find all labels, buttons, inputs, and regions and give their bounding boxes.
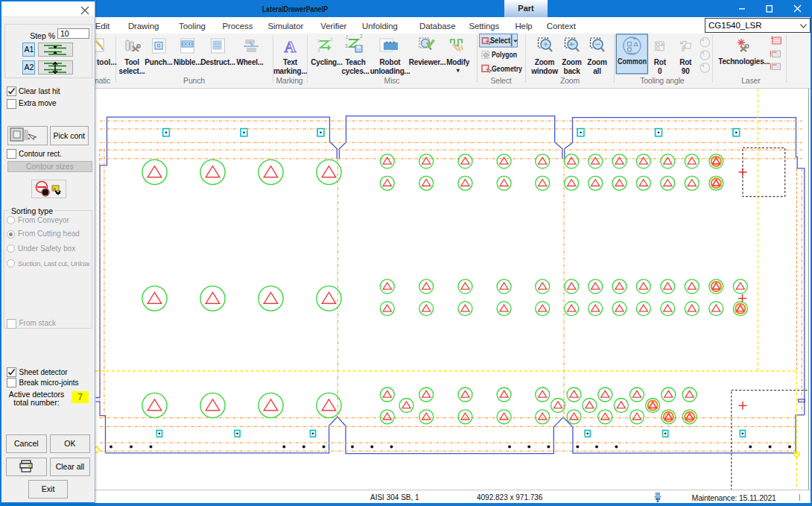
svg-text:n: n [54,186,56,191]
